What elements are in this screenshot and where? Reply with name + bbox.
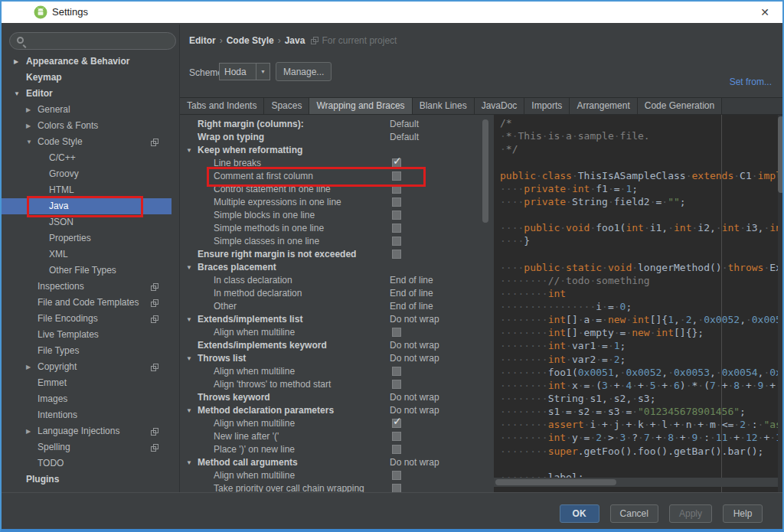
setting-row-method-declaration-parameters[interactable]: Method declaration parametersDo not wrap <box>180 404 492 417</box>
setting-row-align-when-multiline[interactable]: Align when multiline <box>180 469 492 482</box>
setting-row-method-call-arguments[interactable]: Method call argumentsDo not wrap <box>180 456 492 469</box>
setting-row-right-margin-columns[interactable]: Right margin (columns):Default <box>180 118 492 131</box>
breadcrumb-item-editor[interactable]: Editor <box>189 35 216 46</box>
setting-row-align-when-multiline[interactable]: Align when multiline <box>180 417 492 430</box>
sidebar-item-properties[interactable]: Properties <box>2 230 172 246</box>
sidebar-item-file-types[interactable]: File Types <box>2 343 172 359</box>
chevron-right-icon[interactable] <box>26 359 31 375</box>
manage-button[interactable]: Manage... <box>276 62 332 81</box>
tab-tabs-and-indents[interactable]: Tabs and Indents <box>180 98 264 114</box>
setting-checkbox[interactable] <box>392 471 401 480</box>
tab-javadoc[interactable]: JavaDoc <box>475 98 525 114</box>
setting-row-braces-placement[interactable]: Braces placement <box>180 261 492 274</box>
sidebar-item-file-encodings[interactable]: File Encodings <box>2 311 172 327</box>
setting-checkbox[interactable] <box>392 250 401 259</box>
chevron-down-icon[interactable] <box>186 456 192 469</box>
breadcrumb-item-java[interactable]: Java <box>285 35 305 46</box>
setting-checkbox[interactable] <box>392 367 401 376</box>
code-vertical-scrollbar-thumb[interactable] <box>778 116 784 193</box>
setting-row-simple-classes-in-one-line[interactable]: Simple classes in one line <box>180 235 492 248</box>
code-horizontal-scrollbar[interactable] <box>494 478 778 487</box>
setting-row-extends-implements-keyword[interactable]: Extends/implements keywordDo not wrap <box>180 339 492 352</box>
setting-row-align-throws-to-method-start[interactable]: Align 'throws' to method start <box>180 378 492 391</box>
setting-row-throws-list[interactable]: Throws listDo not wrap <box>180 352 492 365</box>
tab-code-generation[interactable]: Code Generation <box>638 98 722 114</box>
sidebar-item-intentions[interactable]: Intentions <box>2 407 172 423</box>
close-icon[interactable]: ✕ <box>758 5 772 19</box>
setting-row-new-line-after[interactable]: New line after '(' <box>180 430 492 443</box>
sidebar-item-other-file-types[interactable]: Other File Types <box>2 263 172 279</box>
sidebar-item-file-and-code-templates[interactable]: File and Code Templates <box>2 295 172 311</box>
sidebar-item-xml[interactable]: XML <box>2 246 172 263</box>
chevron-right-icon[interactable] <box>26 102 31 118</box>
code-vertical-scrollbar[interactable] <box>778 115 784 492</box>
tab-arrangement[interactable]: Arrangement <box>570 98 637 114</box>
setting-checkbox[interactable] <box>392 237 401 246</box>
tab-blank-lines[interactable]: Blank Lines <box>413 98 475 114</box>
setting-value[interactable]: Do not wrap <box>390 391 439 404</box>
sidebar-item-appearance-behavior[interactable]: Appearance & Behavior <box>2 54 172 70</box>
tab-imports[interactable]: Imports <box>524 98 570 114</box>
setting-value[interactable]: Do not wrap <box>390 313 439 326</box>
search-input[interactable] <box>9 32 176 50</box>
chevron-down-icon[interactable] <box>26 134 32 150</box>
sidebar-item-editor[interactable]: Editor <box>2 86 172 102</box>
scheme-select[interactable]: Hoda <box>219 63 270 80</box>
setting-checkbox[interactable] <box>392 484 401 492</box>
setting-checkbox[interactable] <box>392 380 401 389</box>
setting-checkbox[interactable] <box>392 211 401 220</box>
setting-row-simple-methods-in-one-line[interactable]: Simple methods in one line <box>180 222 492 235</box>
chevron-right-icon[interactable] <box>14 54 18 70</box>
sidebar-item-code-style[interactable]: Code Style <box>2 134 172 150</box>
setting-row-in-method-declaration[interactable]: In method declarationEnd of line <box>180 287 492 300</box>
sidebar-item-inspections[interactable]: Inspections <box>2 279 172 295</box>
setting-row-in-class-declaration[interactable]: In class declarationEnd of line <box>180 274 492 287</box>
setting-row-throws-keyword[interactable]: Throws keywordDo not wrap <box>180 391 492 404</box>
setting-row-align-when-multiline[interactable]: Align when multiline <box>180 365 492 378</box>
sidebar-item-todo[interactable]: TODO <box>2 455 172 472</box>
sidebar-item-plugins[interactable]: Plugins <box>2 472 172 488</box>
cancel-button[interactable]: Cancel <box>610 504 658 523</box>
chevron-down-icon[interactable] <box>256 64 270 80</box>
setting-checkbox[interactable] <box>392 197 401 207</box>
help-button[interactable]: Help <box>723 504 763 523</box>
setting-row-align-when-multiline[interactable]: Align when multiline <box>180 326 492 339</box>
code-horizontal-scrollbar-thumb[interactable] <box>495 479 616 485</box>
chevron-down-icon[interactable] <box>186 144 192 157</box>
chevron-down-icon[interactable] <box>186 261 192 274</box>
sidebar-item-copyright[interactable]: Copyright <box>2 359 172 375</box>
chevron-down-icon[interactable] <box>186 352 192 365</box>
breadcrumb-item-code-style[interactable]: Code Style <box>227 35 274 46</box>
setting-value[interactable]: Do not wrap <box>390 352 439 365</box>
setting-value[interactable]: Default <box>390 131 419 144</box>
sidebar-item-groovy[interactable]: Groovy <box>2 166 172 182</box>
sidebar-item-general[interactable]: General <box>2 102 172 118</box>
setting-value[interactable]: End of line <box>390 274 433 287</box>
setting-row-place-on-new-line[interactable]: Place ')' on new line <box>180 443 492 456</box>
tab-wrapping-and-braces[interactable]: Wrapping and Braces <box>309 98 412 114</box>
setting-value[interactable]: End of line <box>390 287 433 300</box>
sidebar-item-images[interactable]: Images <box>2 391 172 407</box>
setting-row-take-priority-over-call-chain-wrapping[interactable]: Take priority over call chain wrapping <box>180 482 492 492</box>
setting-value[interactable]: Do not wrap <box>390 456 439 469</box>
setting-checkbox[interactable] <box>392 419 401 428</box>
setting-row-simple-blocks-in-one-line[interactable]: Simple blocks in one line <box>180 209 492 222</box>
set-from-link[interactable]: Set from... <box>730 77 772 87</box>
setting-row-extends-implements-list[interactable]: Extends/implements listDo not wrap <box>180 313 492 326</box>
setting-row-ensure-right-margin-is-not-exceeded[interactable]: Ensure right margin is not exceeded <box>180 248 492 261</box>
setting-checkbox[interactable] <box>392 328 401 337</box>
setting-checkbox[interactable] <box>392 224 401 233</box>
ok-button[interactable]: OK <box>560 504 599 523</box>
setting-checkbox[interactable] <box>392 432 401 441</box>
sidebar-item-keymap[interactable]: Keymap <box>2 70 172 86</box>
sidebar-item-colors-fonts[interactable]: Colors & Fonts <box>2 118 172 134</box>
sidebar-item-language-injections[interactable]: Language Injections <box>2 423 172 439</box>
tab-spaces[interactable]: Spaces <box>264 98 309 114</box>
setting-row-other[interactable]: OtherEnd of line <box>180 300 492 313</box>
chevron-right-icon[interactable] <box>26 423 31 439</box>
setting-row-keep-when-reformatting[interactable]: Keep when reformatting <box>180 144 492 157</box>
setting-value[interactable]: Do not wrap <box>390 339 439 352</box>
sidebar-item-spelling[interactable]: Spelling <box>2 439 172 455</box>
setting-row-multiple-expressions-in-one-line[interactable]: Multiple expressions in one line <box>180 196 492 209</box>
sidebar-item-c-c[interactable]: C/C++ <box>2 150 172 166</box>
